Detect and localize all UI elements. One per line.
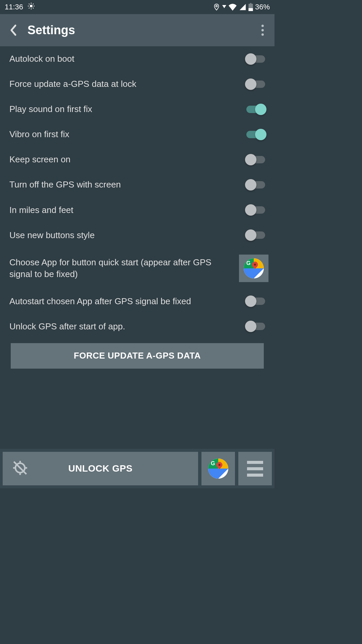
setting-label: Force update a-GPS data at lock: [9, 78, 240, 90]
app-chooser-row[interactable]: Choose App for button quick start (appea…: [0, 248, 275, 289]
toggle-switch[interactable]: [246, 323, 265, 330]
hamburger-icon: [247, 461, 263, 464]
svg-point-1: [216, 5, 218, 7]
app-bar: Settings: [0, 14, 275, 46]
setting-label: Vibro on first fix: [9, 128, 240, 140]
status-bar: 11:36 36%: [0, 0, 275, 14]
setting-label: Use new buttons style: [9, 229, 240, 241]
dots-icon: [261, 25, 264, 27]
bottom-bar: UNLOCK GPS G: [0, 449, 275, 488]
toggle-switch[interactable]: [246, 181, 265, 189]
app-chooser-label: Choose App for button quick start (appea…: [9, 257, 232, 280]
setting-label: Unlock GPS after start of app.: [9, 321, 240, 332]
settings-list: Autolock on boot Force update a-GPS data…: [0, 46, 275, 369]
toggle-switch[interactable]: [246, 131, 265, 138]
setting-row[interactable]: Vibro on first fix: [0, 122, 275, 147]
setting-row[interactable]: Unlock GPS after start of app.: [0, 314, 275, 339]
wifi-icon: [228, 3, 237, 11]
setting-row[interactable]: Keep screen on: [0, 147, 275, 172]
setting-row[interactable]: Autolock on boot: [0, 46, 275, 71]
gps-status-icon: [27, 2, 35, 12]
setting-label: Keep screen on: [9, 154, 240, 165]
gps-off-icon: [11, 459, 29, 479]
svg-rect-4: [250, 3, 251, 4]
force-update-button[interactable]: FORCE UPDATE A-GPS DATA: [11, 343, 264, 369]
overflow-menu-button[interactable]: [259, 22, 266, 39]
maps-button[interactable]: G: [201, 452, 235, 485]
battery-icon: [248, 3, 253, 11]
toggle-switch[interactable]: [246, 231, 265, 239]
toggle-switch[interactable]: [246, 106, 265, 113]
setting-label: Play sound on first fix: [9, 103, 240, 115]
signal-icon: [239, 3, 246, 11]
setting-row[interactable]: Use new buttons style: [0, 223, 275, 248]
maps-icon: G: [208, 459, 228, 479]
location-icon: [213, 3, 220, 11]
app-chooser-button[interactable]: G: [239, 255, 268, 282]
unlock-gps-button[interactable]: UNLOCK GPS: [3, 452, 198, 485]
status-right: 36%: [213, 3, 270, 11]
setting-label: Turn off the GPS with screen: [9, 179, 240, 191]
toggle-switch[interactable]: [246, 55, 265, 63]
unlock-label: UNLOCK GPS: [68, 463, 133, 474]
setting-row[interactable]: Autostart chosen App after GPS signal be…: [0, 289, 275, 314]
maps-icon: G: [244, 258, 264, 278]
status-time: 11:36: [5, 3, 23, 11]
setting-row[interactable]: Force update a-GPS data at lock: [0, 71, 275, 97]
setting-row[interactable]: Play sound on first fix: [0, 97, 275, 122]
page-title: Settings: [27, 23, 75, 37]
battery-percent: 36%: [255, 3, 270, 11]
menu-button[interactable]: [238, 452, 272, 485]
toggle-switch[interactable]: [246, 298, 265, 305]
toggle-switch[interactable]: [246, 156, 265, 163]
svg-rect-3: [248, 8, 253, 11]
toggle-switch[interactable]: [246, 206, 265, 214]
svg-point-0: [30, 5, 33, 7]
back-button[interactable]: [6, 23, 21, 38]
triangle-down-icon: [222, 5, 226, 9]
toggle-switch[interactable]: [246, 80, 265, 88]
force-update-label: FORCE UPDATE A-GPS DATA: [74, 351, 201, 361]
setting-label: In miles and feet: [9, 204, 240, 216]
setting-row[interactable]: In miles and feet: [0, 198, 275, 223]
setting-row[interactable]: Turn off the GPS with screen: [0, 172, 275, 197]
status-left: 11:36: [5, 2, 35, 12]
setting-label: Autostart chosen App after GPS signal be…: [9, 296, 240, 307]
setting-label: Autolock on boot: [9, 53, 240, 65]
